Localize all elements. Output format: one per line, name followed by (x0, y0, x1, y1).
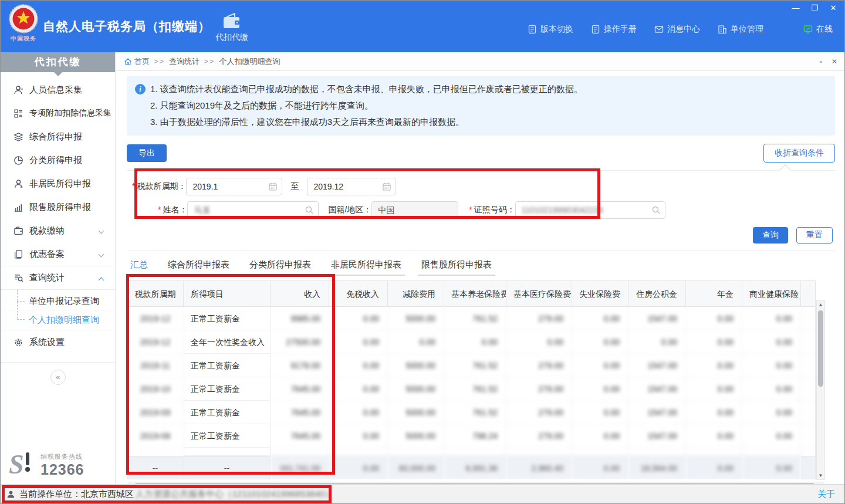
table-cell: 全年一次性奖金收入 (184, 330, 271, 354)
result-tabs: 汇总综合所得申报表分类所得申报表非居民所得申报表限售股所得申报表 (127, 256, 835, 276)
table-cell: 9985.00 (271, 307, 329, 330)
export-button[interactable]: 导出 (127, 144, 167, 162)
table-cell: 5000.00 (388, 401, 444, 424)
table-cell: 正常工资薪金 (184, 377, 271, 401)
window-close-button[interactable]: ✕ (828, 3, 839, 12)
sidebar-item-restricted-shares-declare[interactable]: 限售股所得申报 (1, 195, 115, 219)
table-cell: 0.00 (742, 354, 801, 377)
table-row[interactable]: 2019-11正常工资薪金9178.000.005000.00761.52279… (127, 354, 816, 377)
about-link[interactable]: 关于 (817, 489, 835, 500)
tab-comprehensive[interactable]: 综合所得申报表 (164, 256, 233, 276)
window-minimize-button[interactable]: — (790, 3, 801, 12)
table-row[interactable]: 2019-12全年一次性奖金收入27500.000.000.000.000.00… (127, 330, 816, 354)
sidebar-item-system-settings[interactable]: 系统设置 (1, 330, 115, 354)
id-number-input[interactable]: 110102199903042229 (515, 201, 665, 219)
column-header: 税款所属期 (127, 281, 184, 307)
nav-operation-manual[interactable]: 操作手册 (591, 24, 637, 35)
collapse-filter-button[interactable]: 收折查询条件 (763, 144, 835, 163)
sidebar-item-query-statistics[interactable]: 查询统计 (1, 266, 115, 289)
page-restore-icon[interactable]: ▫ (820, 57, 822, 66)
sidebar-collapse-button[interactable]: « (50, 370, 66, 385)
doc-icon (528, 25, 537, 34)
table-cell: 正常工资薪金 (184, 424, 271, 448)
id-number-label: *证照号码： (469, 205, 515, 215)
page-close-icon[interactable]: ✕ (832, 57, 837, 66)
column-header: 税 (801, 281, 816, 307)
sidebar: 代扣代缴 人员信息采集专项附加扣除信息采集综合所得申报分类所得申报非居民所得申报… (1, 52, 116, 484)
table-row[interactable]: 2019-08正常工资薪金7645.000.005000.00798.24279… (127, 424, 816, 448)
table-cell: 0.00 (742, 448, 801, 456)
table-total-row: ----161,741.000.0060,000.008,991.362,960… (127, 456, 816, 479)
table-cell: 0.00 (444, 330, 506, 354)
copy-icon (13, 249, 23, 259)
sidebar-item-nonresident-income-declare[interactable]: 非居民所得申报 (1, 172, 115, 195)
query-button[interactable]: 查询 (753, 227, 788, 243)
calendar-icon (268, 182, 278, 191)
nav-version-switch[interactable]: 版本切换 (528, 24, 573, 35)
notice-box: i 1. 该查询统计表仅能查询已申报成功的数据，不包含未申报、申报失败，已申报但… (127, 76, 835, 136)
tab-classified[interactable]: 分类所得申报表 (246, 256, 315, 276)
sidebar-item-comprehensive-income-declare[interactable]: 综合所得申报 (1, 125, 115, 148)
table-row[interactable]: 2019-07正常工资薪金7645.000.005000.00798.24279… (127, 448, 816, 456)
sidebar-subitem-unit-declare-record-query[interactable]: 单位申报记录查询 (1, 292, 115, 310)
tab-withholding[interactable]: 代扣代缴 (205, 1, 259, 52)
column-header: 所得项目 (184, 281, 271, 307)
chart-icon (13, 202, 23, 212)
scroll-down-icon[interactable]: ▼ (817, 472, 824, 479)
tab-summary[interactable]: 汇总 (127, 256, 151, 276)
sidebar-header: 代扣代缴 (1, 52, 115, 72)
period-from-input[interactable]: 2019.1 (186, 178, 282, 195)
name-input[interactable]: 马某 (187, 201, 319, 219)
column-header: 基本养老保险费 (444, 281, 506, 307)
vertical-scrollbar[interactable]: ▲ ▼ (816, 300, 825, 480)
sidebar-subitem-personal-withholding-detail-query[interactable]: 个人扣缴明细查询 (1, 310, 115, 328)
search-icon[interactable] (651, 205, 661, 215)
table-cell: 279.00 (506, 307, 572, 330)
column-header: 年金 (686, 281, 742, 307)
list-icon (13, 109, 23, 119)
table-cell: 0.00 (572, 448, 628, 456)
toolbar-divider (127, 170, 835, 171)
table-cell: 761.52 (444, 307, 506, 330)
table-cell: 7645.00 (271, 401, 329, 424)
table-total-cell: 2,960.40 (506, 456, 572, 479)
nav-online-status[interactable]: 在线 (803, 24, 833, 35)
reset-button[interactable]: 重置 (796, 227, 833, 243)
table-cell: 0.00 (742, 377, 801, 401)
nationality-input: 中国 (371, 201, 458, 219)
window-restore-button[interactable]: ❐ (809, 3, 820, 12)
period-to-input[interactable]: 2019.12 (307, 178, 396, 195)
breadcrumb-home[interactable]: 首页 (124, 56, 150, 67)
column-header: 住房公积金 (628, 281, 686, 307)
table-cell: 279.00 (506, 377, 572, 401)
table-cell (801, 354, 816, 377)
sidebar-item-preference-filing[interactable]: 优惠备案 (1, 242, 115, 266)
tab-restricted[interactable]: 限售股所得申报表 (418, 256, 495, 276)
sidebar-item-label: 限售股所得申报 (29, 202, 91, 213)
vertical-scroll-thumb[interactable] (818, 310, 823, 387)
sidebar-item-person-info-collect[interactable]: 人员信息采集 (1, 78, 115, 102)
table-row[interactable]: 2019-10正常工资薪金7645.000.005000.00761.52279… (127, 377, 816, 401)
table-cell (801, 307, 816, 330)
section-divider (127, 251, 835, 251)
action-row: 查询 重置 (127, 227, 833, 243)
hotline-label: 纳税服务热线 (40, 452, 84, 461)
sidebar-item-special-deduction-collect[interactable]: 专项附加扣除信息采集 (1, 102, 115, 125)
table-total-cell: 0.00 (686, 456, 742, 479)
table-row[interactable]: 2019-12正常工资薪金9985.000.005000.00761.52279… (127, 307, 816, 330)
layers-icon (13, 132, 23, 142)
tab-nonresident[interactable]: 非居民所得申报表 (327, 256, 405, 276)
operating-unit-visible: 北京市西城区 (81, 489, 134, 500)
table-cell: 27500.00 (271, 330, 329, 354)
search-icon[interactable] (305, 205, 314, 215)
table-total-cell: 161,741.00 (271, 456, 329, 479)
table-row[interactable]: 2019-09正常工资薪金7645.000.005000.00761.52279… (127, 401, 816, 424)
breadcrumb-item[interactable]: 查询统计 (169, 56, 200, 67)
chevron-down-icon (99, 228, 104, 234)
sidebar-item-tax-payment[interactable]: 税款缴纳 (1, 219, 115, 242)
scroll-up-icon[interactable]: ▲ (817, 301, 824, 309)
nav-label: 消息中心 (667, 24, 700, 35)
nav-message-center[interactable]: 消息中心 (654, 24, 700, 35)
nav-unit-management[interactable]: 单位管理 (718, 24, 763, 35)
sidebar-item-classified-income-declare[interactable]: 分类所得申报 (1, 148, 115, 172)
